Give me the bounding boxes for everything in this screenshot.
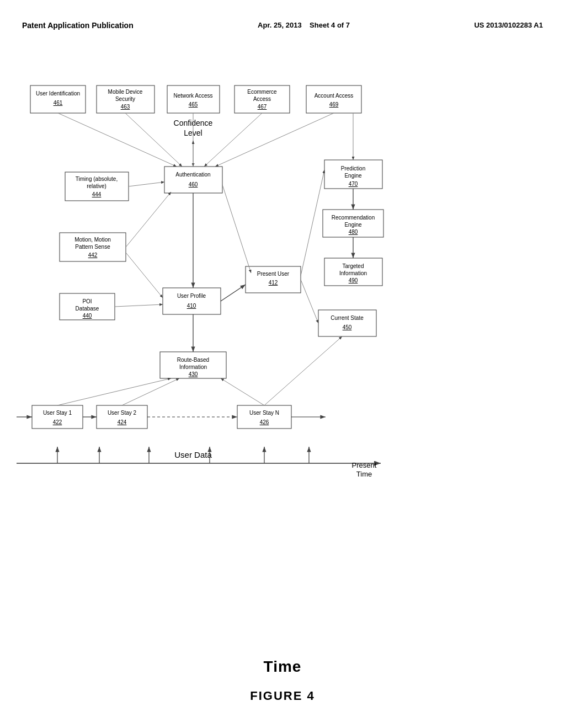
svg-text:Confidence: Confidence xyxy=(174,119,213,127)
svg-rect-30 xyxy=(324,258,382,286)
svg-text:440: 440 xyxy=(83,313,92,319)
svg-line-71 xyxy=(125,113,182,167)
svg-line-86 xyxy=(221,285,246,301)
svg-text:POI: POI xyxy=(82,298,92,304)
svg-rect-49 xyxy=(246,266,301,293)
svg-text:Present: Present xyxy=(352,461,377,469)
svg-text:Targeted: Targeted xyxy=(343,263,364,269)
svg-text:Pattern Sense: Pattern Sense xyxy=(75,244,110,250)
svg-text:Access: Access xyxy=(253,96,271,102)
svg-rect-42 xyxy=(60,293,115,320)
svg-rect-19 xyxy=(164,167,222,193)
svg-line-74 xyxy=(215,113,334,167)
svg-rect-52 xyxy=(318,310,376,336)
svg-text:Prediction: Prediction xyxy=(341,165,365,172)
svg-text:User Identification: User Identification xyxy=(36,90,80,97)
svg-rect-55 xyxy=(160,352,226,378)
svg-text:Ecommerce: Ecommerce xyxy=(247,89,277,95)
svg-text:460: 460 xyxy=(189,181,198,188)
svg-text:430: 430 xyxy=(189,371,198,377)
svg-text:467: 467 xyxy=(258,104,267,110)
svg-text:444: 444 xyxy=(92,191,102,197)
svg-text:User Data: User Data xyxy=(174,450,212,459)
svg-text:422: 422 xyxy=(53,419,62,425)
svg-rect-0 xyxy=(30,85,86,113)
svg-rect-62 xyxy=(97,405,147,429)
svg-rect-65 xyxy=(237,405,291,429)
svg-text:465: 465 xyxy=(189,101,198,108)
svg-line-80 xyxy=(126,192,171,247)
svg-line-82 xyxy=(115,304,163,307)
svg-line-91 xyxy=(122,378,179,405)
svg-text:442: 442 xyxy=(88,252,98,258)
svg-line-90 xyxy=(57,378,171,405)
svg-line-70 xyxy=(58,113,177,167)
svg-line-89 xyxy=(264,336,342,405)
svg-text:Present User: Present User xyxy=(257,271,290,277)
svg-text:Time: Time xyxy=(356,470,372,478)
svg-text:450: 450 xyxy=(343,324,352,330)
svg-text:Authentication: Authentication xyxy=(175,172,210,178)
svg-line-84 xyxy=(222,185,251,273)
figure-caption: FIGURE 4 xyxy=(250,689,315,703)
svg-text:Account Access: Account Access xyxy=(315,93,354,99)
svg-line-92 xyxy=(221,378,264,405)
svg-text:User Profile: User Profile xyxy=(177,293,206,299)
header-right: US 2013/0102283 A1 xyxy=(474,21,543,29)
svg-line-79 xyxy=(129,182,164,186)
svg-text:470: 470 xyxy=(349,181,358,187)
svg-text:410: 410 xyxy=(187,303,196,309)
svg-rect-22 xyxy=(324,160,382,189)
svg-text:Motion, Motion: Motion, Motion xyxy=(74,237,111,243)
svg-text:Network Access: Network Access xyxy=(173,93,212,99)
svg-text:User Stay 2: User Stay 2 xyxy=(108,410,137,416)
svg-text:Information: Information xyxy=(179,364,207,370)
svg-text:User Stay N: User Stay N xyxy=(249,410,279,416)
figure-time-label: Time xyxy=(264,658,302,675)
svg-text:Database: Database xyxy=(76,306,99,312)
svg-text:relative): relative) xyxy=(87,183,106,189)
svg-text:412: 412 xyxy=(269,280,278,286)
svg-text:480: 480 xyxy=(349,229,358,235)
svg-text:469: 469 xyxy=(329,101,339,108)
svg-rect-26 xyxy=(323,210,383,237)
svg-text:Engine: Engine xyxy=(344,222,362,228)
svg-line-85 xyxy=(301,170,324,276)
header-center: Apr. 25, 2013 Sheet 4 of 7 xyxy=(258,21,350,29)
svg-rect-34 xyxy=(65,172,129,201)
svg-rect-10 xyxy=(234,85,290,113)
svg-text:426: 426 xyxy=(260,419,269,425)
svg-text:Information: Information xyxy=(339,270,367,276)
svg-text:490: 490 xyxy=(349,277,358,283)
svg-text:Security: Security xyxy=(115,96,135,102)
svg-rect-38 xyxy=(60,233,126,261)
svg-text:Engine: Engine xyxy=(344,173,362,179)
svg-text:Timing (absolute,: Timing (absolute, xyxy=(76,176,118,182)
header-left: Patent Application Publication xyxy=(22,21,134,30)
diagram-svg: User Identification 461 Mobile Device Se… xyxy=(0,0,565,728)
svg-text:424: 424 xyxy=(118,419,127,425)
svg-rect-3 xyxy=(97,85,154,113)
svg-text:Current State: Current State xyxy=(331,315,364,321)
svg-text:Route-Based: Route-Based xyxy=(177,357,209,363)
svg-line-88 xyxy=(301,280,318,323)
svg-text:Recommendation: Recommendation xyxy=(332,215,375,221)
svg-text:Level: Level xyxy=(184,129,202,137)
svg-text:Mobile Device: Mobile Device xyxy=(108,89,143,95)
svg-rect-7 xyxy=(167,85,220,113)
svg-text:463: 463 xyxy=(121,104,130,110)
svg-text:User Stay 1: User Stay 1 xyxy=(43,410,72,416)
svg-rect-46 xyxy=(163,288,221,314)
svg-text:461: 461 xyxy=(54,100,63,106)
svg-line-81 xyxy=(126,253,163,298)
svg-rect-59 xyxy=(32,405,83,429)
svg-rect-14 xyxy=(306,85,361,113)
svg-line-73 xyxy=(204,113,262,167)
